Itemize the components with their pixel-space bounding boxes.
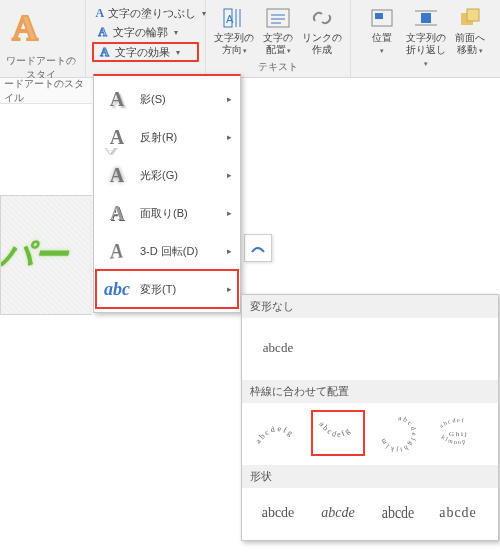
svg-rect-14 [467,9,479,21]
bring-forward-icon [455,6,485,30]
wrap-text-button[interactable]: 文字列の折り返し [404,2,448,70]
fx-item-glow[interactable]: A 光彩(G) ▸ [96,156,238,194]
transform-option-arch-up[interactable]: a b c d e f g [252,411,304,455]
transform-icon: abc [104,279,130,300]
submenu-arrow-icon: ▸ [227,284,232,294]
text-direction-icon: A [219,6,249,30]
text-align-button[interactable]: 文字の配置 [256,2,300,57]
group-label-arrange [357,74,494,76]
wrap-text-icon [411,6,441,30]
transform-section-warp: 形状 [242,465,498,488]
submenu-arrow-icon: ▸ [227,208,232,218]
group-text: A 文字列の方向 文字の配置 リンクの作成 テキスト [206,0,351,77]
svg-text:a b c d e f g: a b c d e f g [317,420,351,439]
fx-item-transform[interactable]: abc 変形(T) ▸ [96,270,238,308]
arch-up-icon: a b c d e f g [255,414,301,452]
transform-option-none[interactable]: abcde [252,326,304,370]
svg-text:a b c d e f g h i j k l m: a b c d e f g h i j k l m [379,414,418,452]
arch-down-icon: a b c d e f g [315,414,361,452]
text-effects-label: 文字の効果 [115,45,170,60]
transform-option-shape-2[interactable]: abcde [312,496,364,530]
bring-forward-button[interactable]: 前面へ移動 [448,2,492,70]
link-icon [307,6,337,30]
text-direction-button[interactable]: A 文字列の方向 [212,2,256,57]
fx-item-3d-rotation[interactable]: A 3-D 回転(D) ▸ [96,232,238,270]
text-outline-label: 文字の輪郭 [113,25,168,40]
transform-option-shape-1[interactable]: abcde [252,496,304,530]
transform-option-button[interactable]: a b c d e f G h i j k l m n o p [432,411,484,455]
svg-rect-4 [267,9,289,27]
dropdown-caret-icon: ▾ [174,28,178,37]
text-fill-icon: A [95,6,104,20]
reflection-icon: AA [104,126,130,149]
position-button[interactable]: 位置 [360,2,404,70]
submenu-arrow-icon: ▸ [227,246,232,256]
fx-item-label: 3-D 回転(D) [140,244,198,259]
wordart-sample-text: パー [0,232,68,278]
transform-submenu: 変形なし abcde 枠線に合わせて配置 a b c d e f g a b c… [241,294,499,541]
fx-item-label: 影(S) [140,92,166,107]
wordart-gallery-button[interactable]: A [2,2,48,54]
fx-item-bevel[interactable]: A 面取り(B) ▸ [96,194,238,232]
fx-item-label: 面取り(B) [140,206,188,221]
group-wordart-styles: A ワードアートのスタイ [0,0,86,77]
fx-item-shadow[interactable]: A 影(S) ▸ [96,80,238,118]
transform-option-circle[interactable]: a b c d e f g h i j k l m [372,411,424,455]
transform-option-shape-4[interactable]: abcde [432,496,484,530]
text-fill-label: 文字の塗りつぶし [108,6,196,21]
ribbon: A ワードアートのスタイ A 文字の塗りつぶし ▾ A 文字の輪郭 ▾ A 文字… [0,0,500,78]
submenu-arrow-icon: ▸ [227,170,232,180]
document-canvas: パー [0,195,92,315]
text-effects-icon: A [97,45,111,59]
layout-options-button[interactable] [244,234,272,262]
transform-section-follow-path: 枠線に合わせて配置 [242,380,498,403]
submenu-arrow-icon: ▸ [227,94,232,104]
text-fill-button[interactable]: A 文字の塗りつぶし ▾ [92,4,199,22]
text-effects-button[interactable]: A 文字の効果 ▾ [92,42,199,62]
fx-item-label: 変形(T) [140,282,176,297]
svg-rect-10 [421,13,431,23]
create-link-button[interactable]: リンクの作成 [300,2,344,57]
svg-text:G h i j: G h i j [449,430,467,438]
text-outline-button[interactable]: A 文字の輪郭 ▾ [92,23,199,41]
wordart-pane-tab[interactable]: ードアートのスタイル [0,78,92,104]
svg-rect-9 [375,13,383,19]
group-arrange: 位置 文字列の折り返し 前面へ移動 [351,0,500,77]
dropdown-caret-icon: ▾ [176,48,180,57]
transform-option-arch-down[interactable]: a b c d e f g [312,411,364,455]
shadow-icon: A [104,88,130,111]
group-text-style: A 文字の塗りつぶし ▾ A 文字の輪郭 ▾ A 文字の効果 ▾ [86,0,206,77]
wordart-A-icon: A [12,7,38,49]
fx-item-reflection[interactable]: AA 反射(R) ▸ [96,118,238,156]
button-path-icon: a b c d e f G h i j k l m n o p [435,414,481,452]
transform-option-shape-3[interactable]: abcde [372,493,424,534]
bevel-icon: A [104,202,130,225]
position-icon [367,6,397,30]
layout-options-icon [249,239,267,257]
submenu-arrow-icon: ▸ [227,132,232,142]
svg-text:a b c d e f: a b c d e f [438,417,464,429]
svg-text:a b c d e f g: a b c d e f g [255,424,294,445]
text-outline-icon: A [95,25,109,39]
text-align-icon [263,6,293,30]
transform-section-none: 変形なし [242,295,498,318]
glow-icon: A [104,164,130,187]
fx-item-label: 光彩(G) [140,168,178,183]
rotation-3d-icon: A [103,237,127,265]
circle-path-icon: a b c d e f g h i j k l m [375,414,421,452]
fx-item-label: 反射(R) [140,130,177,145]
svg-text:A: A [226,13,234,25]
text-effects-menu: A 影(S) ▸ AA 反射(R) ▸ A 光彩(G) ▸ A 面取り(B) ▸… [93,74,241,313]
